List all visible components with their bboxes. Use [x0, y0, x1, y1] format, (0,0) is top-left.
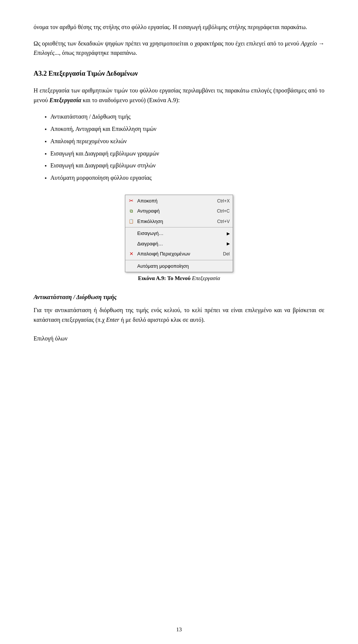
list-item: Αποκοπή, Αντιγραφή και Επικόλληση τιμών [45, 124, 324, 135]
menu-clear-shortcut: Del [223, 251, 230, 257]
menu-delete-label: Διαγραφή… [137, 240, 223, 248]
menu-section-autoformat: Αυτόματη μορφοποίηση [125, 260, 233, 272]
list-item-text: Αυτόματη μορφοποίηση φύλλου εργασίας [50, 173, 152, 183]
menu-autoformat-label: Αυτόματη μορφοποίηση [137, 263, 230, 270]
paragraph-1: όνομα τον αριθμό θέσης της στήλης στο φύ… [34, 22, 324, 32]
list-item: Εισαγωγή και Διαγραφή εμβόλιμων γραμμών [45, 148, 324, 159]
figure-italic-text: Επεξεργασία [192, 275, 220, 281]
menu-item-copy: ⧉ Αντιγραφή Ctrl+C [125, 206, 233, 216]
menu-item-insert: Εισαγωγή… ▶ [125, 228, 233, 239]
list-item: Αντικατάσταση / Διόρθωση τιμής [45, 111, 324, 122]
menu-insert-label: Εισαγωγή… [137, 230, 223, 237]
figure-label: Εικόνα Α.9: [138, 275, 166, 281]
subsection-para-end: ή με διπλό αριστερό κλικ σε αυτό). [119, 317, 205, 323]
menu-section-clipboard: Αποκοπή Ctrl+X ⧉ Αντιγραφή Ctrl+C 📋 Επικ… [125, 195, 233, 228]
list-item-text: Αποκοπή, Αντιγραφή και Επικόλληση τιμών [50, 124, 157, 135]
menu-item-clear: ✕ Απαλοιφή Περιεχομένων Del [125, 249, 233, 259]
list-item-text: Εισαγωγή και Διαγραφή εμβόλιμων γραμμών [50, 148, 159, 159]
paragraph-2: Ως οριοθέτης των δεκαδικών ψηφίων πρέπει… [34, 39, 324, 58]
subsection-title-text: Αντικατάσταση / Διόρθωση τιμής [34, 294, 117, 300]
menu-paste-label: Επικόλληση [137, 218, 210, 225]
bullet-list: Αντικατάσταση / Διόρθωση τιμής Αποκοπή, … [45, 111, 324, 183]
menu-copy-label: Αντιγραφή [137, 207, 210, 215]
insert-icon [128, 230, 135, 237]
clear-icon: ✕ [128, 251, 135, 257]
paragraph-2-arrow: → [317, 40, 324, 47]
figure-caption: Εικόνα Α.9: Το Μενού Επεξεργασία [138, 275, 220, 282]
menu-copy-shortcut: Ctrl+C [217, 208, 230, 214]
page-number: 13 [176, 626, 182, 633]
paragraph-2-end: ..., όπως περιγράφτηκε παραπάνω. [54, 50, 137, 56]
menu-clear-label: Απαλοιφή Περιεχομένων [137, 250, 216, 258]
menu-section-insert-delete: Εισαγωγή… ▶ Διαγραφή… ▶ ✕ Απαλοιφή Περιε… [125, 227, 233, 260]
delete-arrow-icon: ▶ [227, 241, 230, 247]
subsection-title: Αντικατάσταση / Διόρθωση τιμής [34, 293, 324, 302]
section-intro: Η επεξεργασία των αριθμητικών τιμών του … [34, 86, 324, 105]
subsection-paragraph: Για την αντικατάσταση ή διόρθωση της τιμ… [34, 305, 324, 324]
page-container: όνομα τον αριθμό θέσης της στήλης στο φύ… [0, 0, 358, 644]
menu-figure: Αποκοπή Ctrl+X ⧉ Αντιγραφή Ctrl+C 📋 Επικ… [119, 195, 239, 282]
menu-item-autoformat: Αυτόματη μορφοποίηση [125, 261, 233, 271]
epilogi-title-text: Επιλογή όλων [34, 335, 67, 342]
insert-arrow-icon: ▶ [227, 230, 230, 237]
section-intro-menu: Επεξεργασία [49, 97, 81, 103]
copy-icon: ⧉ [128, 208, 135, 214]
scissors-icon [128, 198, 135, 204]
list-item-text: Απαλοιφή περιεχομένου κελιών [50, 136, 127, 147]
epilogi-title: Επιλογή όλων [34, 334, 324, 343]
figure-text-before: Το Μενού [166, 275, 192, 281]
section-intro-end: και το αναδυόμενο μενού) (Εικόνα Α.9): [81, 97, 180, 103]
paragraph-1-text: όνομα τον αριθμό θέσης της στήλης στο φύ… [34, 24, 307, 30]
menu-item-cut: Αποκοπή Ctrl+X [125, 196, 233, 206]
section-title: Α3.2 Επεξεργασία Τιμών Δεδομένων [34, 69, 324, 78]
menu-item-delete: Διαγραφή… ▶ [125, 239, 233, 249]
paste-icon: 📋 [128, 218, 135, 225]
autoformat-icon [128, 263, 135, 270]
list-item-text: Εισαγωγή και Διαγραφή εμβόλιμων στηλών [50, 160, 156, 171]
list-item: Αυτόματη μορφοποίηση φύλλου εργασίας [45, 173, 324, 183]
paragraph-2-menu2: Επιλογές [34, 50, 54, 56]
subsection-para-italic: Enter [106, 317, 120, 323]
paragraph-2-menu1: Αρχείο [301, 40, 317, 47]
context-menu: Αποκοπή Ctrl+X ⧉ Αντιγραφή Ctrl+C 📋 Επικ… [125, 195, 233, 273]
list-item: Απαλοιφή περιεχομένου κελιών [45, 136, 324, 147]
menu-item-paste: 📋 Επικόλληση Ctrl+V [125, 216, 233, 227]
menu-paste-shortcut: Ctrl+V [217, 218, 230, 225]
menu-cut-label: Αποκοπή [137, 197, 210, 205]
list-item: Εισαγωγή και Διαγραφή εμβόλιμων στηλών [45, 160, 324, 171]
delete-row-icon [128, 241, 135, 247]
paragraph-2-start: Ως οριοθέτης των δεκαδικών ψηφίων πρέπει… [34, 40, 301, 47]
menu-cut-shortcut: Ctrl+X [217, 198, 230, 204]
list-item-text: Αντικατάσταση / Διόρθωση τιμής [50, 111, 131, 122]
